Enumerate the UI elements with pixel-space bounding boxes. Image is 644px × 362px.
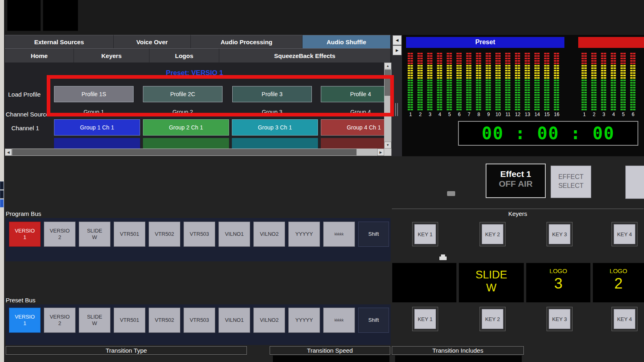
right-arrow-icon: ▶	[379, 151, 382, 154]
horizontal-scrollbar[interactable]: ◀ ▶	[5, 149, 384, 156]
scroll-right-button[interactable]: ▶	[377, 149, 384, 156]
preset-bus-button-shift[interactable]: Shift	[358, 308, 389, 333]
meter-segment	[408, 65, 413, 67]
preset-bus-button-vtr502[interactable]: VTR502	[149, 308, 180, 333]
meter-segment	[534, 70, 540, 71]
clipped-channel-button-2[interactable]	[143, 138, 229, 149]
tab-audio-shuffle[interactable]: Audio Shuffle	[303, 35, 391, 48]
keyer-row-2-button-key-3[interactable]: KEY 3	[549, 309, 571, 329]
meter-segment	[515, 53, 520, 54]
channel-button-group-2-ch-1[interactable]: Group 2 Ch 1	[143, 119, 229, 136]
keyer-row-2-button-key-4[interactable]: KEY 4	[614, 309, 635, 329]
meter-segment	[408, 92, 413, 93]
tab-external-sources[interactable]: External Sources	[5, 35, 114, 48]
tab-squeezeback-effects[interactable]: SqueezeBack Effects	[219, 48, 391, 62]
meter-segment	[427, 67, 432, 69]
program-bus-button-vtr501[interactable]: VTR501	[114, 222, 145, 247]
meter-channel-12: 12	[515, 53, 520, 117]
clipped-channel-button-4[interactable]	[321, 138, 384, 149]
meter-segment	[456, 65, 462, 67]
clipped-right-button[interactable]	[625, 166, 644, 199]
channel-button-group-4-ch-1[interactable]: Group 4 Ch 1	[321, 119, 384, 136]
preset-bus-button-kkkkk[interactable]: kkkkk	[323, 308, 355, 333]
tab-audio-processing[interactable]: Audio Processing	[191, 35, 303, 48]
tab-keyers[interactable]: Keyers	[74, 48, 149, 62]
clipped-channel-button-3[interactable]	[232, 138, 318, 149]
horizontal-scrollbar-thumb[interactable]	[12, 149, 357, 155]
preset-bus-button-yyyyy[interactable]: YYYYY	[288, 308, 320, 333]
preset-bus-button-versio-1[interactable]: VERSIO 1	[9, 308, 41, 333]
scroll-left-button[interactable]: ◀	[5, 149, 12, 156]
keyer-row-2-button-key-2[interactable]: KEY 2	[482, 309, 504, 329]
program-bus-button-vtr502[interactable]: VTR502	[149, 222, 180, 247]
profile-button-profile-2c[interactable]: Profile 2C	[143, 86, 223, 102]
keyer-row-2-button-key-1[interactable]: KEY 1	[414, 309, 436, 329]
edge-window-icon-3[interactable]	[0, 199, 4, 207]
program-bus-button-versio-2[interactable]: VERSIO 2	[44, 222, 76, 247]
keyer-row-1-button-key-3[interactable]: KEY 3	[549, 224, 571, 244]
edge-window-icon-2[interactable]	[0, 190, 4, 198]
meter-segment	[417, 87, 423, 88]
vertical-scrollbar[interactable]: ▲ ▼	[384, 62, 391, 149]
meter-segment	[620, 62, 626, 64]
meter-segment	[486, 80, 491, 81]
meter-segment	[525, 55, 530, 57]
scroll-up-button[interactable]: ▲	[384, 62, 391, 69]
program-bus-button-slide-w[interactable]: SLIDE W	[79, 222, 110, 247]
profile-button-profile-1s[interactable]: Profile 1S	[54, 86, 134, 102]
edge-window-icon-1[interactable]	[0, 181, 4, 190]
meter-segment	[495, 84, 501, 86]
keyer-row-1-button-key-2[interactable]: KEY 2	[482, 224, 504, 244]
meter-segment	[476, 82, 481, 84]
preset-bus-button-vtr503[interactable]: VTR503	[184, 308, 215, 333]
channel-button-group-3-ch-1[interactable]: Group 3 Ch 1	[232, 119, 318, 136]
tab-logos[interactable]: Logos	[149, 48, 219, 62]
meter-segment	[544, 80, 549, 81]
profile-button-profile-3[interactable]: Profile 3	[232, 86, 312, 102]
preset-bus-button-slide-w[interactable]: SLIDE W	[79, 308, 110, 333]
meter-segment	[544, 67, 549, 69]
meter-segment	[630, 60, 635, 62]
scroll-down-button[interactable]: ▼	[384, 142, 391, 149]
program-bus-button-kkkkk[interactable]: kkkkk	[323, 222, 355, 247]
program-bus-button-vilno1[interactable]: VILNO1	[218, 222, 250, 247]
effect-select-button[interactable]: EFFECT SELECT	[551, 166, 591, 198]
left-arrow-icon: ◀	[396, 38, 399, 42]
meter-segment	[427, 106, 432, 108]
program-bus-button-shift[interactable]: Shift	[358, 222, 389, 247]
channel-source-label: Channel Source	[6, 111, 50, 118]
channel-button-group-1-ch-1[interactable]: Group 1 Ch 1	[54, 119, 140, 136]
program-bus-button-versio-1[interactable]: VERSIO 1	[9, 222, 41, 247]
meter-segment	[525, 82, 530, 84]
tab-scroll-left-button[interactable]: ◀	[393, 35, 402, 45]
meter-segment	[591, 62, 596, 64]
meter-segment	[495, 60, 501, 62]
meter-segment	[620, 65, 626, 67]
meter-segment	[515, 101, 520, 103]
meter-segment	[427, 72, 432, 74]
profile-button-profile-4[interactable]: Profile 4	[321, 86, 384, 102]
meter-segment	[611, 72, 616, 74]
preset-bus-button-vilno1[interactable]: VILNO1	[218, 308, 250, 333]
tab-scroll-right-button[interactable]: ▶	[393, 45, 402, 55]
keyer-row-1-button-key-4[interactable]: KEY 4	[614, 224, 635, 244]
tab-voice-over[interactable]: Voice Over	[114, 35, 191, 48]
meter-channel-label: 4	[435, 112, 444, 117]
program-bus-button-yyyyy[interactable]: YYYYY	[288, 222, 320, 247]
program-bus-button-vtr503[interactable]: VTR503	[184, 222, 215, 247]
tab-home[interactable]: Home	[5, 48, 74, 62]
preset-bus-button-vilno2[interactable]: VILNO2	[253, 308, 285, 333]
load-profile-label: Load Profile	[8, 91, 41, 98]
program-bus-button-vilno2[interactable]: VILNO2	[253, 222, 285, 247]
preset-bus-button-versio-2[interactable]: VERSIO 2	[44, 308, 76, 333]
meter-segment	[544, 53, 549, 54]
vertical-scrollbar-thumb[interactable]	[385, 70, 391, 96]
meter-segment	[630, 84, 635, 86]
meter-segment	[620, 58, 626, 59]
clipped-channel-button-1[interactable]	[54, 138, 140, 149]
keyer-row-1-button-key-1[interactable]: KEY 1	[414, 224, 436, 244]
left-arrow-icon: ◀	[7, 151, 9, 154]
preset-bus-button-vtr501[interactable]: VTR501	[114, 308, 145, 333]
meter-segment	[456, 75, 462, 76]
keyers-header: Keyers	[392, 209, 644, 218]
